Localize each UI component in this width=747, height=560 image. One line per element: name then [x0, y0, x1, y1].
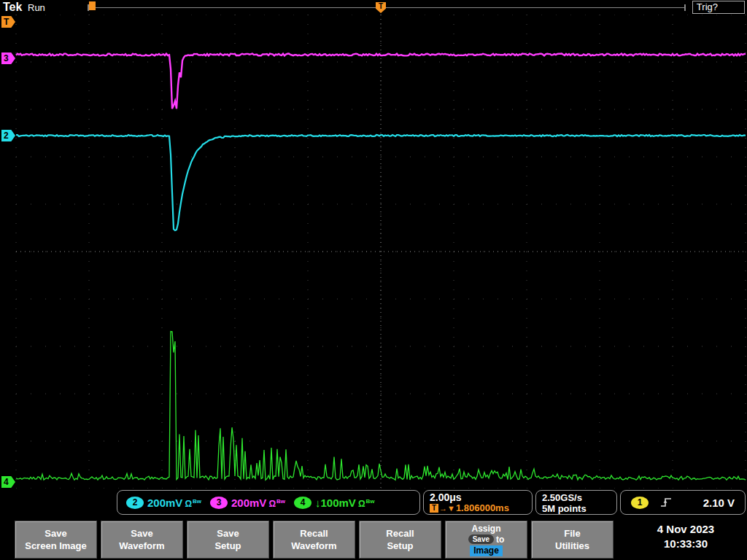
trigger-readout-box[interactable]: 1 2.10 V	[620, 490, 746, 515]
button-label-line: Waveform	[291, 540, 336, 552]
ch4-coupling: Ω	[358, 499, 365, 509]
record-length: 5M points	[542, 503, 616, 514]
button-label-line: Save	[217, 528, 239, 540]
acquisition-status: Run	[28, 2, 45, 13]
ch3-bandwidth-indicator: Bw	[276, 498, 285, 505]
acquisition-readout-box[interactable]: 2.50GS/s 5M points	[535, 490, 617, 515]
button-label-line: Screen Image	[25, 540, 87, 552]
sample-rate: 2.50GS/s	[542, 492, 616, 503]
record-view-bar[interactable]: T	[88, 7, 686, 8]
top-status-bar: Tek Run T Trig?	[0, 0, 747, 15]
ch4-scale-value: ↓100mV	[315, 497, 356, 509]
file-utilities-button[interactable]: File Utilities	[531, 521, 614, 559]
record-right-bracket	[684, 4, 686, 11]
ch2-scale: 200mVΩBw	[147, 497, 201, 509]
rising-edge-icon	[660, 497, 672, 508]
save-screen-image-button[interactable]: Save Screen Image	[15, 521, 97, 559]
ch2-scale-value: 200mV	[147, 497, 182, 509]
ch4-badge[interactable]: 4	[294, 497, 311, 509]
ch2-bandwidth-indicator: Bw	[193, 498, 201, 505]
button-label-line: Save	[131, 528, 152, 540]
ch3-badge[interactable]: 3	[210, 497, 228, 509]
button-label-line: Assign	[471, 524, 500, 534]
ch4-bandwidth-indicator: Bw	[366, 498, 375, 505]
channel-readouts-box: 2 200mVΩBw 3 200mVΩBw 4 ↓100mVΩBw	[117, 490, 420, 515]
delay-arrow-icon: →▼	[439, 503, 455, 513]
save-waveform-button[interactable]: Save Waveform	[101, 521, 183, 559]
button-label-line: Save	[44, 528, 66, 540]
ch3-scale: 200mVΩBw	[231, 497, 285, 509]
save-pill: Save	[468, 534, 494, 544]
ch2-coupling: Ω	[185, 499, 192, 509]
button-label-line: Setup	[387, 540, 413, 552]
trigger-level-value: 2.10 V	[703, 497, 735, 509]
button-label-line: Waveform	[119, 540, 164, 552]
ch4-scale: ↓100mVΩBw	[315, 497, 375, 509]
ch2-badge[interactable]: 2	[126, 497, 144, 509]
delay-value: 1.806000ms	[456, 503, 509, 513]
ch2-readout[interactable]: 2 200mVΩBw	[126, 497, 201, 509]
trigger-source-badge[interactable]: 1	[631, 497, 649, 509]
waveform-display-area[interactable]: T 3 2 4	[0, 15, 747, 489]
button-label-line: Setup	[214, 540, 241, 552]
ch3-coupling: Ω	[268, 499, 276, 509]
assign-save-to-button[interactable]: Assign Save to Image	[445, 521, 527, 559]
recall-waveform-button[interactable]: Recall Waveform	[273, 521, 355, 559]
date-display: 4 Nov 2023	[624, 522, 747, 537]
expansion-point-marker	[89, 1, 96, 10]
time-display: 10:33:30	[624, 537, 747, 551]
horizontal-readout-box[interactable]: 2.00μs T →▼ 1.806000ms	[423, 490, 533, 515]
oscilloscope-screen: Tek Run T Trig? T 3 2 4 2 200mVΩBw 3 200…	[0, 0, 747, 560]
time-per-division: 2.00μs	[430, 492, 532, 503]
button-label-line: Utilities	[555, 540, 589, 552]
ch3-scale-value: 200mV	[231, 497, 266, 509]
assign-target-image: Image	[470, 545, 503, 556]
button-label-line: Recall	[386, 528, 414, 540]
button-label-line: Recall	[300, 528, 328, 540]
tek-logo: Tek	[3, 1, 22, 14]
ch3-readout[interactable]: 3 200mVΩBw	[210, 497, 285, 509]
delay-trigger-chip: T	[430, 504, 438, 513]
trigger-status-indicator: Trig?	[692, 1, 745, 14]
readout-bar: 2 200mVΩBw 3 200mVΩBw 4 ↓100mVΩBw 2.00μs…	[0, 489, 747, 517]
assign-save-to-row: Save to	[468, 534, 505, 545]
waveform-plot	[0, 15, 747, 489]
recall-setup-button[interactable]: Recall Setup	[359, 521, 441, 559]
assign-suffix: to	[496, 534, 504, 545]
record-trigger-position-marker[interactable]: T	[376, 2, 386, 13]
bottom-menu-bar: Save Screen Image Save Waveform Save Set…	[15, 521, 614, 559]
ch4-readout[interactable]: 4 ↓100mVΩBw	[294, 497, 375, 509]
save-setup-button[interactable]: Save Setup	[187, 521, 269, 559]
button-label-line: File	[564, 528, 580, 540]
datetime-display: 4 Nov 2023 10:33:30	[624, 522, 747, 551]
horizontal-delay-readout: T →▼ 1.806000ms	[430, 503, 532, 513]
